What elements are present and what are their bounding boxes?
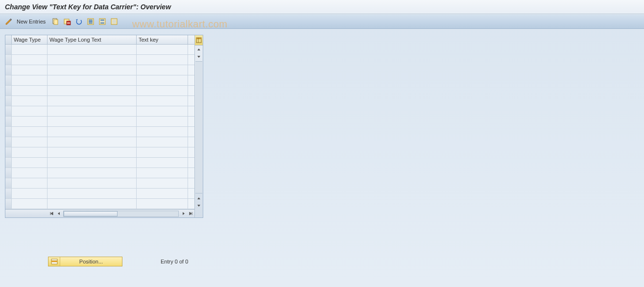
cell-wage-type-long-text[interactable]: [48, 86, 137, 96]
copy-icon: [51, 18, 59, 25]
delete-button[interactable]: [62, 17, 72, 26]
undo-change-button[interactable]: [74, 17, 84, 26]
cell-text-key[interactable]: [137, 158, 188, 167]
row-selector[interactable]: [5, 117, 12, 126]
cell-wage-type-long-text[interactable]: [48, 117, 137, 126]
select-all-rows-header[interactable]: [5, 35, 12, 44]
cell-wage-type[interactable]: [12, 168, 48, 178]
row-selector[interactable]: [5, 127, 12, 137]
row-selector[interactable]: [5, 45, 12, 54]
cell-text-key[interactable]: [137, 55, 188, 65]
row-selector[interactable]: [5, 65, 12, 75]
svg-rect-12: [100, 23, 104, 24]
select-all-button[interactable]: [86, 17, 95, 26]
select-block-button[interactable]: [97, 17, 107, 26]
cell-wage-type[interactable]: [12, 65, 48, 75]
vertical-scroll-track[interactable]: [195, 61, 202, 193]
column-header-wage-type-long-text[interactable]: Wage Type Long Text: [48, 35, 137, 44]
cell-wage-type-long-text[interactable]: [48, 178, 137, 188]
scroll-down-page-button[interactable]: [195, 202, 203, 209]
column-header-text-key[interactable]: Text key: [137, 35, 188, 44]
row-selector[interactable]: [5, 75, 12, 85]
cell-wage-type[interactable]: [12, 127, 48, 137]
cell-wage-type[interactable]: [12, 75, 48, 85]
toggle-display-change-button[interactable]: [4, 17, 14, 26]
cell-wage-type[interactable]: [12, 158, 48, 167]
cell-wage-type-long-text[interactable]: [48, 106, 137, 116]
cell-wage-type-long-text[interactable]: [48, 65, 137, 75]
cell-wage-type-long-text[interactable]: [48, 96, 137, 106]
horizontal-scroll-track[interactable]: [63, 211, 179, 217]
deselect-all-button[interactable]: [109, 17, 119, 26]
cell-text-key[interactable]: [137, 75, 188, 85]
svg-rect-1: [54, 20, 58, 24]
cell-text-key[interactable]: [137, 117, 188, 126]
scroll-left-button[interactable]: [55, 210, 62, 217]
cell-text-key[interactable]: [137, 189, 188, 198]
cell-text-key[interactable]: [137, 106, 188, 116]
data-table: Wage Type Wage Type Long Text Text key: [5, 35, 203, 218]
column-header-wage-type[interactable]: Wage Type: [12, 35, 48, 44]
cell-wage-type-long-text[interactable]: [48, 147, 137, 157]
cell-wage-type-long-text[interactable]: [48, 189, 137, 198]
triangle-down-icon: [197, 204, 201, 208]
cell-wage-type-long-text[interactable]: [48, 127, 137, 137]
row-selector[interactable]: [5, 86, 12, 96]
row-selector[interactable]: [5, 96, 12, 106]
cell-text-key[interactable]: [137, 199, 188, 209]
cell-text-key[interactable]: [137, 65, 188, 75]
cell-wage-type[interactable]: [12, 55, 48, 65]
row-selector[interactable]: [5, 137, 12, 147]
row-selector[interactable]: [5, 178, 12, 188]
cell-text-key[interactable]: [137, 96, 188, 106]
svg-rect-6: [89, 20, 93, 21]
cell-wage-type[interactable]: [12, 137, 48, 147]
cell-text-key[interactable]: [137, 147, 188, 157]
row-selector[interactable]: [5, 55, 12, 65]
row-selector[interactable]: [5, 189, 12, 198]
table-row: [5, 75, 194, 86]
scroll-right-button[interactable]: [180, 210, 187, 217]
scroll-first-column-button[interactable]: [48, 210, 55, 217]
row-selector[interactable]: [5, 199, 12, 209]
cell-wage-type[interactable]: [12, 96, 48, 106]
cell-wage-type-long-text[interactable]: [48, 158, 137, 167]
scroll-up-button[interactable]: [195, 46, 203, 53]
vertical-scrollbar: [194, 35, 203, 217]
cell-text-key[interactable]: [137, 168, 188, 178]
cell-text-key[interactable]: [137, 137, 188, 147]
table-configure-button[interactable]: [195, 35, 203, 46]
copy-as-button[interactable]: [50, 17, 60, 26]
position-icon: [51, 258, 58, 265]
triangle-up-icon: [197, 48, 201, 51]
scroll-down-button[interactable]: [195, 53, 203, 60]
cell-wage-type-long-text[interactable]: [48, 75, 137, 85]
cell-wage-type-long-text[interactable]: [48, 45, 137, 54]
cell-wage-type-long-text[interactable]: [48, 199, 137, 209]
cell-wage-type[interactable]: [12, 106, 48, 116]
cell-wage-type[interactable]: [12, 199, 48, 209]
cell-wage-type[interactable]: [12, 45, 48, 54]
cell-text-key[interactable]: [137, 127, 188, 137]
row-selector[interactable]: [5, 147, 12, 157]
cell-wage-type-long-text[interactable]: [48, 137, 137, 147]
cell-wage-type[interactable]: [12, 86, 48, 96]
cell-text-key[interactable]: [137, 45, 188, 54]
cell-text-key[interactable]: [137, 86, 188, 96]
position-button[interactable]: Position...: [48, 257, 122, 266]
cell-wage-type-long-text[interactable]: [48, 55, 137, 65]
cell-wage-type-long-text[interactable]: [48, 168, 137, 178]
svg-rect-16: [112, 23, 116, 24]
cell-text-key[interactable]: [137, 178, 188, 188]
scroll-last-column-button[interactable]: [187, 210, 194, 217]
cell-wage-type[interactable]: [12, 189, 48, 198]
row-selector[interactable]: [5, 158, 12, 167]
row-selector[interactable]: [5, 106, 12, 116]
cell-wage-type[interactable]: [12, 147, 48, 157]
row-selector[interactable]: [5, 168, 12, 178]
cell-wage-type[interactable]: [12, 178, 48, 188]
cell-wage-type[interactable]: [12, 117, 48, 126]
scroll-up-page-button[interactable]: [195, 194, 203, 202]
horizontal-scroll-thumb[interactable]: [64, 211, 118, 216]
new-entries-button[interactable]: New Entries: [16, 19, 48, 24]
